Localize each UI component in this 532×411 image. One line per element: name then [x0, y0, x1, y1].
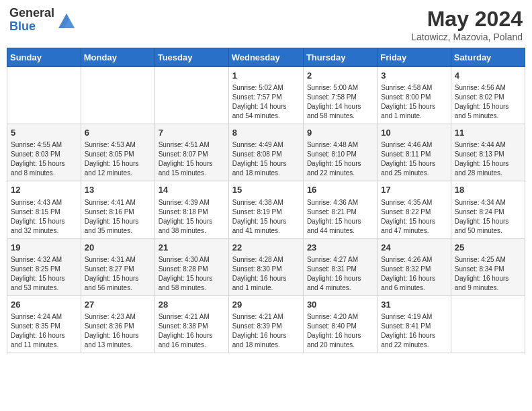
day-info: Sunrise: 4:20 AM Sunset: 8:40 PM Dayligh… [307, 312, 373, 350]
calendar-cell: 9Sunrise: 4:48 AM Sunset: 8:10 PM Daylig… [303, 124, 377, 181]
day-info: Sunrise: 4:26 AM Sunset: 8:32 PM Dayligh… [381, 255, 447, 293]
day-info: Sunrise: 4:46 AM Sunset: 8:11 PM Dayligh… [381, 140, 447, 178]
day-info: Sunrise: 4:35 AM Sunset: 8:22 PM Dayligh… [381, 198, 447, 236]
day-info: Sunrise: 4:56 AM Sunset: 8:02 PM Dayligh… [455, 83, 521, 121]
day-number: 8 [232, 127, 300, 139]
day-number: 26 [11, 299, 77, 311]
logo-general-text: General [9, 7, 54, 20]
day-header-wednesday: Wednesday [228, 48, 303, 67]
calendar-cell: 17Sunrise: 4:35 AM Sunset: 8:22 PM Dayli… [378, 181, 451, 238]
day-number: 10 [381, 127, 447, 139]
day-info: Sunrise: 4:55 AM Sunset: 8:03 PM Dayligh… [11, 140, 77, 178]
calendar-cell: 31Sunrise: 4:19 AM Sunset: 8:41 PM Dayli… [378, 295, 451, 353]
day-info: Sunrise: 5:00 AM Sunset: 7:58 PM Dayligh… [307, 83, 373, 121]
logo-blue-text: Blue [9, 20, 54, 34]
day-info: Sunrise: 4:58 AM Sunset: 8:00 PM Dayligh… [381, 83, 447, 121]
day-header-sunday: Sunday [7, 48, 81, 67]
day-header-monday: Monday [81, 48, 154, 67]
day-info: Sunrise: 5:02 AM Sunset: 7:57 PM Dayligh… [232, 83, 300, 121]
calendar-cell: 27Sunrise: 4:23 AM Sunset: 8:36 PM Dayli… [81, 295, 154, 353]
day-info: Sunrise: 4:38 AM Sunset: 8:19 PM Dayligh… [232, 198, 300, 236]
day-info: Sunrise: 4:53 AM Sunset: 8:05 PM Dayligh… [85, 140, 151, 178]
calendar-week-row: 19Sunrise: 4:32 AM Sunset: 8:25 PM Dayli… [7, 238, 525, 295]
calendar-cell: 16Sunrise: 4:36 AM Sunset: 8:21 PM Dayli… [303, 181, 377, 238]
day-info: Sunrise: 4:49 AM Sunset: 8:08 PM Dayligh… [232, 140, 300, 178]
day-info: Sunrise: 4:19 AM Sunset: 8:41 PM Dayligh… [381, 312, 447, 350]
calendar-cell: 29Sunrise: 4:21 AM Sunset: 8:39 PM Dayli… [228, 295, 303, 353]
calendar-week-row: 5Sunrise: 4:55 AM Sunset: 8:03 PM Daylig… [7, 124, 525, 181]
calendar-cell: 19Sunrise: 4:32 AM Sunset: 8:25 PM Dayli… [7, 238, 81, 295]
day-info: Sunrise: 4:41 AM Sunset: 8:16 PM Dayligh… [85, 198, 151, 236]
calendar-cell: 8Sunrise: 4:49 AM Sunset: 8:08 PM Daylig… [228, 124, 303, 181]
calendar-cell: 10Sunrise: 4:46 AM Sunset: 8:11 PM Dayli… [378, 124, 451, 181]
calendar-week-row: 26Sunrise: 4:24 AM Sunset: 8:35 PM Dayli… [7, 295, 525, 353]
calendar-cell: 1Sunrise: 5:02 AM Sunset: 7:57 PM Daylig… [228, 67, 303, 124]
calendar-cell: 12Sunrise: 4:43 AM Sunset: 8:15 PM Dayli… [7, 181, 81, 238]
day-header-friday: Friday [378, 48, 451, 67]
calendar-table: SundayMondayTuesdayWednesdayThursdayFrid… [7, 48, 525, 353]
calendar-cell: 25Sunrise: 4:25 AM Sunset: 8:34 PM Dayli… [451, 238, 525, 295]
calendar-cell [7, 67, 81, 124]
day-info: Sunrise: 4:48 AM Sunset: 8:10 PM Dayligh… [307, 140, 373, 178]
day-number: 7 [159, 127, 225, 139]
calendar-cell: 28Sunrise: 4:21 AM Sunset: 8:38 PM Dayli… [154, 295, 228, 353]
day-number: 16 [307, 184, 373, 196]
calendar-cell: 18Sunrise: 4:34 AM Sunset: 8:24 PM Dayli… [451, 181, 525, 238]
subtitle: Latowicz, Mazovia, Poland [411, 32, 523, 42]
logo-icon [57, 11, 76, 30]
page-header: General Blue May 2024 Latowicz, Mazovia,… [7, 7, 525, 42]
day-number: 2 [307, 70, 373, 82]
day-number: 17 [381, 184, 447, 196]
logo: General Blue [9, 7, 76, 34]
day-number: 25 [455, 242, 521, 254]
day-info: Sunrise: 4:23 AM Sunset: 8:36 PM Dayligh… [85, 312, 151, 350]
day-number: 22 [232, 242, 300, 254]
calendar-cell: 21Sunrise: 4:30 AM Sunset: 8:28 PM Dayli… [154, 238, 228, 295]
day-number: 14 [159, 184, 225, 196]
day-number: 31 [381, 299, 447, 311]
calendar-cell [451, 295, 525, 353]
day-info: Sunrise: 4:43 AM Sunset: 8:15 PM Dayligh… [11, 198, 77, 236]
day-number: 28 [159, 299, 225, 311]
calendar-cell: 30Sunrise: 4:20 AM Sunset: 8:40 PM Dayli… [303, 295, 377, 353]
day-number: 1 [232, 70, 300, 82]
day-number: 20 [85, 242, 151, 254]
day-info: Sunrise: 4:32 AM Sunset: 8:25 PM Dayligh… [11, 255, 77, 293]
calendar-cell: 3Sunrise: 4:58 AM Sunset: 8:00 PM Daylig… [378, 67, 451, 124]
day-header-thursday: Thursday [303, 48, 377, 67]
day-header-tuesday: Tuesday [154, 48, 228, 67]
day-number: 30 [307, 299, 373, 311]
calendar-cell: 2Sunrise: 5:00 AM Sunset: 7:58 PM Daylig… [303, 67, 377, 124]
day-info: Sunrise: 4:44 AM Sunset: 8:13 PM Dayligh… [455, 140, 521, 178]
calendar-week-row: 12Sunrise: 4:43 AM Sunset: 8:15 PM Dayli… [7, 181, 525, 238]
calendar-cell [154, 67, 228, 124]
calendar-cell: 22Sunrise: 4:28 AM Sunset: 8:30 PM Dayli… [228, 238, 303, 295]
calendar-cell: 13Sunrise: 4:41 AM Sunset: 8:16 PM Dayli… [81, 181, 154, 238]
day-info: Sunrise: 4:36 AM Sunset: 8:21 PM Dayligh… [307, 198, 373, 236]
day-number: 18 [455, 184, 521, 196]
calendar-cell [81, 67, 154, 124]
calendar-week-row: 1Sunrise: 5:02 AM Sunset: 7:57 PM Daylig… [7, 67, 525, 124]
calendar-cell: 20Sunrise: 4:31 AM Sunset: 8:27 PM Dayli… [81, 238, 154, 295]
calendar-cell: 5Sunrise: 4:55 AM Sunset: 8:03 PM Daylig… [7, 124, 81, 181]
day-info: Sunrise: 4:39 AM Sunset: 8:18 PM Dayligh… [159, 198, 225, 236]
day-number: 3 [381, 70, 447, 82]
day-info: Sunrise: 4:21 AM Sunset: 8:38 PM Dayligh… [159, 312, 225, 350]
calendar-cell: 26Sunrise: 4:24 AM Sunset: 8:35 PM Dayli… [7, 295, 81, 353]
calendar-cell: 6Sunrise: 4:53 AM Sunset: 8:05 PM Daylig… [81, 124, 154, 181]
calendar-cell: 24Sunrise: 4:26 AM Sunset: 8:32 PM Dayli… [378, 238, 451, 295]
day-number: 23 [307, 242, 373, 254]
day-number: 19 [11, 242, 77, 254]
day-number: 29 [232, 299, 300, 311]
calendar-cell: 7Sunrise: 4:51 AM Sunset: 8:07 PM Daylig… [154, 124, 228, 181]
day-number: 5 [11, 127, 77, 139]
day-number: 11 [455, 127, 521, 139]
day-number: 9 [307, 127, 373, 139]
day-info: Sunrise: 4:24 AM Sunset: 8:35 PM Dayligh… [11, 312, 77, 350]
calendar-cell: 23Sunrise: 4:27 AM Sunset: 8:31 PM Dayli… [303, 238, 377, 295]
day-number: 15 [232, 184, 300, 196]
day-number: 12 [11, 184, 77, 196]
day-number: 13 [85, 184, 151, 196]
calendar-cell: 14Sunrise: 4:39 AM Sunset: 8:18 PM Dayli… [154, 181, 228, 238]
day-number: 21 [159, 242, 225, 254]
